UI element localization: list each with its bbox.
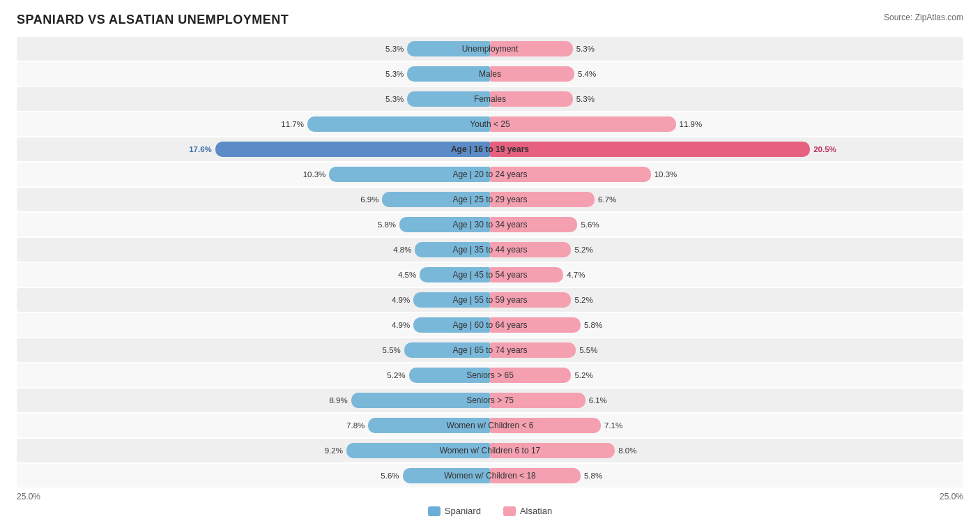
bar-right-section: 10.3% [490,163,963,186]
value-right: 11.9% [680,120,703,128]
table-row: 4.9% Age | 55 to 59 years 5.2% [17,288,963,312]
row-label: Age | 55 to 59 years [452,295,527,305]
row-label: Youth < 25 [470,119,510,129]
chart-title: SPANIARD VS ALSATIAN UNEMPLOYMENT [17,13,289,27]
value-left: 7.8% [346,421,365,430]
chart-source: Source: ZipAtlas.com [884,13,963,22]
value-left: 6.9% [360,195,378,204]
bar-left-section: 5.3% [17,37,490,61]
value-left: 8.9% [329,396,347,405]
row-label: Seniors > 65 [466,370,514,380]
bar-left-section: 5.5% [17,338,490,362]
row-label: Age | 16 to 19 years [451,144,529,154]
value-left: 9.2% [325,446,343,455]
bar-left-section: 5.6% [17,464,490,488]
bar-right [490,116,676,132]
bar-right-section: 5.8% [490,313,963,337]
table-row: 8.9% Seniors > 75 6.1% [17,389,963,412]
value-left: 5.6% [381,472,399,480]
value-left: 4.5% [398,271,416,279]
bar-left-section: 7.8% [17,414,490,437]
axis-left: 25.0% [17,492,40,501]
bar-right-section: 7.1% [490,414,963,437]
legend-row: Spaniard Alsatian [17,506,963,516]
value-left: 10.3% [303,170,326,179]
value-right: 20.5% [813,145,836,153]
table-row: 7.8% Women w/ Children < 6 7.1% [17,414,963,437]
value-left: 4.9% [392,296,410,304]
legend-spaniard-label: Spaniard [445,506,481,516]
bar-left-section: 17.6% [17,137,490,161]
table-row: 5.6% Women w/ Children < 18 5.8% [17,464,963,488]
table-row: 5.3% Females 5.3% [17,87,963,111]
chart-container: SPANIARD VS ALSATIAN UNEMPLOYMENT Source… [0,0,980,528]
legend-swatch-pink [503,506,516,516]
value-right: 5.8% [584,472,602,480]
bar-left-section: 6.9% [17,188,490,211]
value-left: 5.8% [378,220,396,229]
value-right: 10.3% [654,170,677,179]
bar-left-section: 4.8% [17,238,490,262]
bar-right [490,142,810,157]
bar-right-section: 20.5% [490,137,963,161]
row-label: Women w/ Children < 18 [444,471,536,481]
value-right: 5.3% [576,95,595,103]
bar-right-section: 8.0% [490,439,963,462]
row-label: Women w/ Children 6 to 17 [440,446,541,455]
value-right: 4.7% [567,271,585,279]
value-left: 4.8% [393,246,411,254]
row-label: Women w/ Children < 6 [447,421,534,430]
value-right: 5.6% [581,220,599,229]
row-label: Age | 25 to 29 years [452,195,527,204]
bar-right-section: 6.7% [490,188,963,211]
table-row: 9.2% Women w/ Children 6 to 17 8.0% [17,439,963,462]
legend-alsatian-label: Alsatian [520,506,552,516]
bar-left [407,66,490,82]
bar-right-section: 5.8% [490,464,963,488]
value-right: 5.2% [574,371,592,379]
value-right: 6.7% [598,195,616,204]
bar-right [490,66,574,82]
value-right: 5.4% [578,70,596,78]
bar-right-section: 4.7% [490,263,963,287]
bar-right-section: 5.3% [490,37,963,61]
bar-left-section: 5.3% [17,62,490,86]
bar-right-section: 5.2% [490,238,963,262]
row-label: Age | 20 to 24 years [452,169,527,179]
bar-left-section: 11.7% [17,112,490,136]
bar-left [215,142,490,157]
bar-left-section: 8.9% [17,389,490,412]
bar-right-section: 5.2% [490,363,963,387]
value-left: 5.3% [385,45,404,53]
value-left: 11.7% [281,120,304,128]
bar-left [307,116,490,132]
value-left: 5.3% [385,95,404,103]
table-row: 4.8% Age | 35 to 44 years 5.2% [17,238,963,262]
legend-spaniard: Spaniard [428,506,481,516]
bar-right-section: 5.6% [490,213,963,236]
bar-right-section: 5.3% [490,87,963,111]
bar-left-section: 10.3% [17,163,490,186]
table-row: 5.3% Males 5.4% [17,62,963,86]
table-row: 4.5% Age | 45 to 54 years 4.7% [17,263,963,287]
table-row: 10.3% Age | 20 to 24 years 10.3% [17,163,963,186]
axis-row: 25.0% 25.0% [17,492,963,501]
table-row: 5.5% Age | 65 to 74 years 5.5% [17,338,963,362]
legend-alsatian: Alsatian [503,506,552,516]
value-right: 8.0% [618,446,636,455]
table-row: 11.7% Youth < 25 11.9% [17,112,963,136]
table-row: 5.2% Seniors > 65 5.2% [17,363,963,387]
legend-swatch-blue [428,506,441,516]
value-left: 4.9% [392,321,410,329]
table-row: 5.8% Age | 30 to 34 years 5.6% [17,213,963,236]
bar-left-section: 4.9% [17,288,490,312]
bar-right-section: 5.4% [490,62,963,86]
value-left: 5.5% [383,346,401,354]
row-label: Age | 45 to 54 years [452,270,527,280]
value-right: 7.1% [604,421,622,430]
bar-left-section: 5.3% [17,87,490,111]
value-left: 5.2% [387,371,405,379]
row-label: Females [474,94,506,104]
bar-left-section: 9.2% [17,439,490,462]
table-row: 5.3% Unemployment 5.3% [17,37,963,61]
